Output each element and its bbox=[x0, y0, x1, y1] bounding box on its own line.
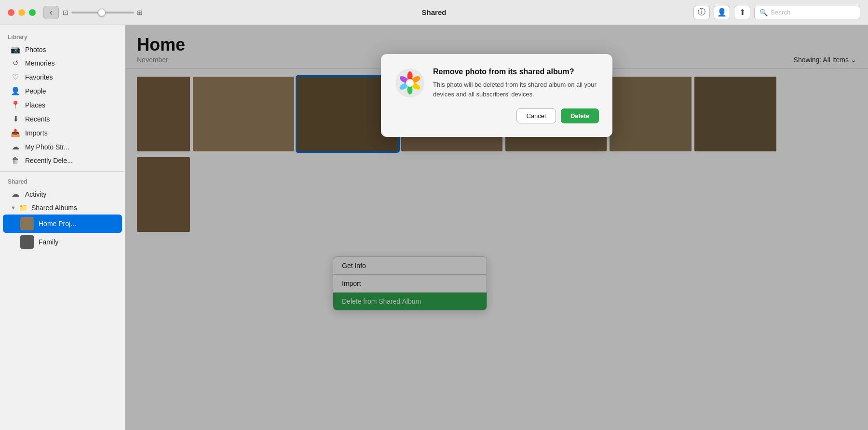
thumbnail-size-slider: ⊡ ⊞ bbox=[63, 9, 143, 16]
favorites-icon: ♡ bbox=[11, 72, 20, 81]
sidebar-item-label-photostream: My Photo Str... bbox=[25, 143, 69, 151]
titlebar-actions: ⓘ 👤 ⬆ 🔍 Search bbox=[693, 6, 860, 19]
sidebar-item-photos[interactable]: 📷 Photos bbox=[3, 42, 122, 56]
deleted-icon: 🗑 bbox=[11, 156, 20, 165]
sidebar-item-myphotostream[interactable]: ☁ My Photo Str... bbox=[3, 140, 122, 154]
sidebar-item-shared-albums[interactable]: ▼ 📁 Shared Albums bbox=[3, 201, 122, 215]
dialog-header: Remove photo from its shared album? This… bbox=[394, 67, 599, 99]
people-icon: 👤 bbox=[11, 86, 20, 95]
photos-icon: 📷 bbox=[11, 45, 20, 54]
maximize-button[interactable] bbox=[29, 9, 36, 16]
chevron-down-icon: ▼ bbox=[11, 205, 16, 211]
main-layout: Library 📷 Photos ↺ Memories ♡ Favorites … bbox=[0, 25, 868, 430]
content-area: Home November Showing: All Items ⌄ bbox=[125, 25, 868, 430]
dialog-buttons: Cancel Delete bbox=[394, 108, 599, 123]
slider-large-icon: ⊞ bbox=[137, 9, 143, 16]
shared-albums-icon: 📁 bbox=[19, 203, 28, 212]
share-icon: ⬆ bbox=[739, 8, 746, 17]
app-icon bbox=[394, 67, 425, 98]
dialog-title: Remove photo from its shared album? bbox=[433, 67, 599, 76]
slider-small-icon: ⊡ bbox=[63, 9, 68, 16]
slider-thumb[interactable] bbox=[98, 9, 106, 16]
family-label: Family bbox=[39, 238, 58, 246]
dialog-content: Remove photo from its shared album? This… bbox=[433, 67, 599, 99]
memories-icon: ↺ bbox=[11, 59, 20, 67]
close-button[interactable] bbox=[8, 9, 14, 16]
photostream-icon: ☁ bbox=[11, 142, 20, 151]
delete-button[interactable]: Delete bbox=[561, 108, 599, 123]
search-icon: 🔍 bbox=[760, 9, 768, 16]
person-button[interactable]: 👤 bbox=[714, 6, 730, 19]
sidebar-item-activity[interactable]: ☁ Activity bbox=[3, 187, 122, 201]
sidebar-item-recentlydeleted[interactable]: 🗑 Recently Dele... bbox=[3, 154, 122, 167]
places-icon: 📍 bbox=[11, 100, 20, 109]
sidebar-item-family[interactable]: Family bbox=[3, 233, 122, 251]
shared-section-label: Shared bbox=[0, 175, 125, 187]
sidebar-item-homeproj[interactable]: Home Proj... bbox=[3, 215, 122, 233]
sidebar-item-label-deleted: Recently Dele... bbox=[25, 157, 73, 164]
sidebar-divider bbox=[0, 171, 125, 172]
window-title: Shared bbox=[422, 8, 447, 16]
sidebar-item-label-recents: Recents bbox=[25, 115, 50, 123]
search-placeholder: Search bbox=[771, 9, 790, 16]
library-section-label: Library bbox=[0, 31, 125, 42]
homeproj-thumb bbox=[20, 217, 34, 230]
sidebar-item-label-imports: Imports bbox=[25, 129, 48, 137]
slider-track[interactable] bbox=[71, 12, 134, 13]
info-icon: ⓘ bbox=[698, 7, 705, 17]
window-controls bbox=[8, 9, 36, 16]
titlebar: ‹ ⊡ ⊞ Shared ⓘ 👤 ⬆ 🔍 Search bbox=[0, 0, 868, 25]
dialog-overlay: Remove photo from its shared album? This… bbox=[125, 25, 868, 430]
minimize-button[interactable] bbox=[18, 9, 25, 16]
family-thumb bbox=[20, 235, 34, 249]
person-icon: 👤 bbox=[717, 8, 727, 17]
sidebar-item-label-favorites: Favorites bbox=[25, 73, 53, 81]
imports-icon: 📥 bbox=[11, 128, 20, 137]
sidebar-item-label-activity: Activity bbox=[25, 190, 46, 198]
share-button[interactable]: ⬆ bbox=[734, 6, 750, 19]
sidebar-item-label-places: Places bbox=[25, 101, 45, 109]
recents-icon: ⬇ bbox=[11, 114, 20, 123]
dialog-box: Remove photo from its shared album? This… bbox=[381, 54, 612, 137]
sidebar-item-label-photos: Photos bbox=[25, 46, 46, 54]
svg-point-7 bbox=[406, 79, 414, 87]
sidebar-item-favorites[interactable]: ♡ Favorites bbox=[3, 70, 122, 84]
back-button[interactable]: ‹ bbox=[43, 6, 59, 19]
homeproj-label: Home Proj... bbox=[39, 220, 76, 228]
sidebar-item-label-people: People bbox=[25, 87, 46, 95]
search-box[interactable]: 🔍 Search bbox=[754, 6, 860, 19]
activity-icon: ☁ bbox=[11, 189, 20, 199]
info-button[interactable]: ⓘ bbox=[693, 6, 710, 19]
sidebar-item-label-memories: Memories bbox=[25, 59, 54, 67]
sidebar-item-label-shared-albums: Shared Albums bbox=[31, 204, 77, 212]
sidebar: Library 📷 Photos ↺ Memories ♡ Favorites … bbox=[0, 25, 125, 430]
cancel-button[interactable]: Cancel bbox=[516, 108, 556, 123]
sidebar-item-memories[interactable]: ↺ Memories bbox=[3, 56, 122, 70]
sidebar-item-places[interactable]: 📍 Places bbox=[3, 98, 122, 112]
sidebar-item-recents[interactable]: ⬇ Recents bbox=[3, 112, 122, 126]
sidebar-item-imports[interactable]: 📥 Imports bbox=[3, 126, 122, 140]
dialog-message: This photo will be deleted from its shar… bbox=[433, 80, 599, 99]
sidebar-item-people[interactable]: 👤 People bbox=[3, 84, 122, 98]
